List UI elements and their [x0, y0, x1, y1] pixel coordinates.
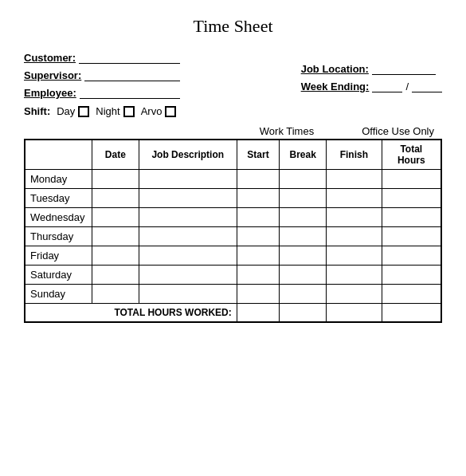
break-cell-3[interactable] — [280, 227, 327, 246]
shift-arvo[interactable]: Arvo — [141, 105, 177, 117]
date-cell-4[interactable] — [92, 246, 139, 266]
table-row: Monday — [25, 170, 441, 189]
header-finish: Finish — [327, 140, 382, 170]
table-row: Friday — [25, 246, 441, 266]
day-label: Thursday — [25, 227, 92, 246]
break-cell-0[interactable] — [280, 170, 327, 189]
table-row: Wednesday — [25, 208, 441, 227]
job-cell-2[interactable] — [139, 208, 237, 227]
shift-day-label: Day — [57, 105, 75, 117]
shift-arvo-checkbox[interactable] — [165, 106, 176, 117]
customer-label: Customer: — [24, 52, 76, 64]
total-cell-0[interactable] — [382, 170, 441, 189]
timesheet-table: Date Job Description Start Break Finish … — [24, 139, 442, 323]
table-row: Sunday — [25, 285, 441, 304]
date-cell-1[interactable] — [92, 189, 139, 208]
finish-cell-6[interactable] — [327, 285, 382, 304]
date-cell-6[interactable] — [92, 285, 139, 304]
total-hours-label: TOTAL HOURS WORKED: — [25, 304, 237, 323]
start-cell-0[interactable] — [237, 170, 279, 189]
table-row: Saturday — [25, 266, 441, 285]
total-cell-1[interactable] — [382, 189, 441, 208]
header-job: Job Description — [139, 140, 237, 170]
employee-label: Employee: — [24, 87, 76, 99]
start-cell-1[interactable] — [237, 189, 279, 208]
total-cell-5[interactable] — [382, 266, 441, 285]
table-row: Thursday — [25, 227, 441, 246]
header-start: Start — [237, 140, 279, 170]
total-row: TOTAL HOURS WORKED: — [25, 304, 441, 323]
day-label: Tuesday — [25, 189, 92, 208]
shift-night-label: Night — [96, 105, 119, 117]
start-cell-3[interactable] — [237, 227, 279, 246]
supervisor-label: Supervisor: — [24, 69, 81, 81]
total-cell-2[interactable] — [382, 208, 441, 227]
total-finish-cell — [327, 304, 382, 323]
date-cell-3[interactable] — [92, 227, 139, 246]
slash-separator: / — [405, 81, 409, 92]
shift-day-checkbox[interactable] — [78, 106, 89, 117]
header-break: Break — [280, 140, 327, 170]
total-cell-3[interactable] — [382, 227, 441, 246]
customer-input[interactable] — [79, 51, 180, 64]
week-ending-year-input[interactable] — [412, 80, 442, 92]
supervisor-input[interactable] — [84, 69, 180, 81]
office-use-header: Office Use Only — [354, 125, 434, 137]
shift-night-checkbox[interactable] — [123, 106, 135, 117]
job-cell-5[interactable] — [139, 266, 237, 285]
week-ending-label: Week Ending: — [301, 81, 370, 92]
start-cell-2[interactable] — [237, 208, 279, 227]
total-break-cell — [280, 304, 327, 323]
shift-label: Shift: — [24, 105, 50, 117]
job-cell-6[interactable] — [139, 285, 237, 304]
week-ending-month-input[interactable] — [372, 80, 402, 92]
shift-arvo-label: Arvo — [141, 105, 163, 117]
finish-cell-3[interactable] — [327, 227, 382, 246]
table-row: Tuesday — [25, 189, 441, 208]
break-cell-5[interactable] — [280, 266, 327, 285]
job-location-label: Job Location: — [301, 63, 369, 75]
finish-cell-4[interactable] — [327, 246, 382, 266]
start-cell-5[interactable] — [237, 266, 279, 285]
job-cell-0[interactable] — [139, 170, 237, 189]
job-location-input[interactable] — [372, 62, 436, 75]
total-start-cell — [237, 304, 279, 323]
date-cell-5[interactable] — [92, 266, 139, 285]
finish-cell-5[interactable] — [327, 266, 382, 285]
day-label: Monday — [25, 170, 92, 189]
header-date: Date — [92, 140, 139, 170]
finish-cell-1[interactable] — [327, 189, 382, 208]
shift-day[interactable]: Day — [57, 105, 89, 117]
header-day — [25, 140, 92, 170]
day-label: Sunday — [25, 285, 92, 304]
finish-cell-0[interactable] — [327, 170, 382, 189]
start-cell-4[interactable] — [237, 246, 279, 266]
total-cell-4[interactable] — [382, 246, 441, 266]
day-label: Saturday — [25, 266, 92, 285]
job-cell-1[interactable] — [139, 189, 237, 208]
break-cell-1[interactable] — [280, 189, 327, 208]
break-cell-2[interactable] — [280, 208, 327, 227]
break-cell-6[interactable] — [280, 285, 327, 304]
total-value-cell — [382, 304, 441, 323]
day-label: Wednesday — [25, 208, 92, 227]
job-cell-4[interactable] — [139, 246, 237, 266]
total-cell-6[interactable] — [382, 285, 441, 304]
date-cell-0[interactable] — [92, 170, 139, 189]
header-total: TotalHours — [382, 140, 441, 170]
work-times-header: Work Times — [219, 125, 354, 137]
employee-input[interactable] — [80, 86, 181, 99]
job-cell-3[interactable] — [139, 227, 237, 246]
start-cell-6[interactable] — [237, 285, 279, 304]
day-label: Friday — [25, 246, 92, 266]
date-cell-2[interactable] — [92, 208, 139, 227]
shift-night[interactable]: Night — [96, 105, 134, 117]
page-title: Time Sheet — [24, 16, 442, 37]
finish-cell-2[interactable] — [327, 208, 382, 227]
break-cell-4[interactable] — [280, 246, 327, 266]
